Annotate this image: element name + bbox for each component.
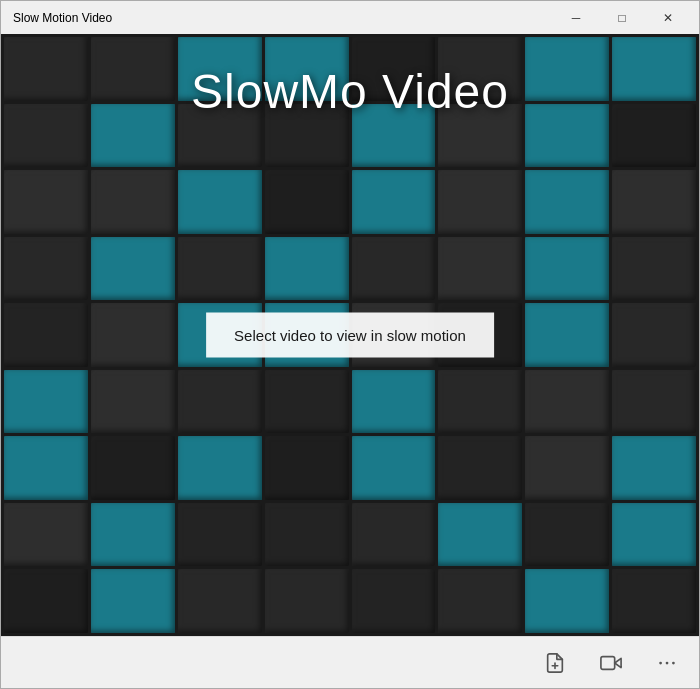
cube-cell	[438, 569, 522, 633]
cube-cell	[438, 170, 522, 234]
cube-cell	[178, 170, 262, 234]
cube-cell	[352, 436, 436, 500]
select-video-button[interactable]: Select video to view in slow motion	[206, 313, 494, 358]
close-icon: ✕	[663, 11, 673, 25]
cube-cell	[612, 303, 696, 367]
open-file-icon	[544, 652, 566, 674]
svg-point-3	[659, 661, 662, 664]
cube-cell	[265, 569, 349, 633]
minimize-icon: ─	[572, 11, 581, 25]
cube-cell	[4, 303, 88, 367]
close-button[interactable]: ✕	[645, 1, 691, 34]
cube-cell	[178, 436, 262, 500]
titlebar: Slow Motion Video ─ □ ✕	[1, 1, 699, 34]
camera-icon	[600, 652, 622, 674]
cube-cell	[4, 436, 88, 500]
more-options-icon	[656, 652, 678, 674]
cube-cell	[612, 170, 696, 234]
minimize-button[interactable]: ─	[553, 1, 599, 34]
camera-button[interactable]	[595, 647, 627, 679]
svg-point-4	[666, 661, 669, 664]
cube-cell	[525, 503, 609, 567]
more-options-button[interactable]	[651, 647, 683, 679]
cube-cell	[352, 370, 436, 434]
cube-cell	[438, 436, 522, 500]
cube-cell	[178, 569, 262, 633]
cube-cell	[525, 237, 609, 301]
cube-cell	[352, 503, 436, 567]
cube-cell	[91, 370, 175, 434]
cube-cell	[91, 569, 175, 633]
cube-cell	[525, 370, 609, 434]
cube-cell	[438, 237, 522, 301]
cube-cell	[612, 503, 696, 567]
cube-cell	[91, 303, 175, 367]
maximize-button[interactable]: □	[599, 1, 645, 34]
cube-cell	[352, 569, 436, 633]
cube-cell	[265, 237, 349, 301]
cube-cell	[178, 503, 262, 567]
main-content: SlowMo Video Select video to view in slo…	[1, 34, 699, 636]
cube-cell	[265, 170, 349, 234]
cube-cell	[525, 170, 609, 234]
cube-cell	[265, 370, 349, 434]
cube-cell	[438, 503, 522, 567]
cube-cell	[91, 170, 175, 234]
cube-cell	[4, 569, 88, 633]
bottom-toolbar	[1, 636, 699, 688]
cube-cell	[4, 370, 88, 434]
cube-cell	[265, 503, 349, 567]
svg-rect-2	[601, 656, 615, 669]
cube-cell	[612, 569, 696, 633]
window-title: Slow Motion Video	[13, 11, 112, 25]
cube-cell	[178, 370, 262, 434]
cube-cell	[4, 503, 88, 567]
open-file-button[interactable]	[539, 647, 571, 679]
cube-cell	[91, 237, 175, 301]
cube-cell	[91, 436, 175, 500]
app-title: SlowMo Video	[1, 64, 699, 119]
cube-cell	[352, 170, 436, 234]
cube-cell	[525, 436, 609, 500]
cube-cell	[612, 436, 696, 500]
cube-cell	[612, 370, 696, 434]
cube-cell	[612, 237, 696, 301]
cube-cell	[178, 237, 262, 301]
cube-cell	[265, 436, 349, 500]
cube-cell	[4, 170, 88, 234]
maximize-icon: □	[618, 11, 625, 25]
cube-cell	[525, 303, 609, 367]
cube-cell	[438, 370, 522, 434]
svg-point-5	[672, 661, 675, 664]
window-controls: ─ □ ✕	[553, 1, 691, 34]
app-window: Slow Motion Video ─ □ ✕ SlowMo Video Sel…	[0, 0, 700, 689]
cube-cell	[4, 237, 88, 301]
cube-cell	[525, 569, 609, 633]
cube-cell	[352, 237, 436, 301]
cube-cell	[91, 503, 175, 567]
